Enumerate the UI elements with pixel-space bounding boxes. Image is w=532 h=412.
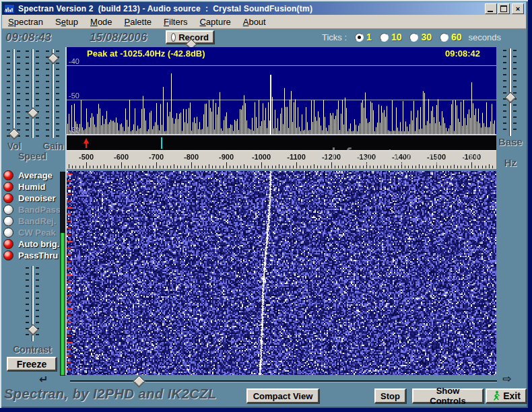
ruler-tick <box>97 166 98 168</box>
cyan-marker-icon[interactable] <box>161 137 162 149</box>
ruler-tick <box>198 166 199 168</box>
tick-option-30[interactable]: 30 <box>409 32 432 42</box>
ruler-tick <box>212 166 213 168</box>
minimize-button[interactable] <box>485 3 497 14</box>
speed-slider[interactable] <box>25 49 40 138</box>
scroll-left-arrow[interactable]: ↵ <box>39 375 48 384</box>
window-controls: × <box>484 3 524 14</box>
stop-button[interactable]: Stop <box>374 388 406 403</box>
ruler-tick <box>279 164 279 168</box>
ruler-tick <box>177 166 178 168</box>
app-icon[interactable] <box>4 4 15 13</box>
ruler-tick <box>237 166 238 168</box>
ruler-tick <box>153 166 154 168</box>
ruler-tick <box>268 166 269 168</box>
menu-item-about[interactable]: About <box>237 15 272 28</box>
ruler-tick <box>160 166 160 168</box>
ruler-tick <box>247 166 248 168</box>
ruler-tick <box>72 166 73 168</box>
app-window: Spectran Version 2 (build 213) - Audio s… <box>0 0 528 408</box>
gain-label: Gain <box>42 141 65 151</box>
speed-slider-thumb[interactable] <box>28 107 39 118</box>
scroll-right-arrow[interactable]: ⇨ <box>502 374 511 384</box>
filter-toggle-passthru[interactable]: PassThru <box>3 250 65 261</box>
radio-icon <box>440 33 448 42</box>
close-icon: × <box>516 5 520 13</box>
gain-slider-thumb[interactable] <box>48 53 59 65</box>
led-indicator <box>3 182 13 192</box>
vol-slider-thumb[interactable] <box>9 129 20 140</box>
ticks-group: Ticks : 1103060 seconds <box>322 32 501 42</box>
scroll-thumb[interactable] <box>133 375 145 387</box>
filter-list: AverageHumidDenoiserBandPassBandRej.CW P… <box>3 170 65 261</box>
tick-option-10[interactable]: 10 <box>380 32 402 42</box>
filter-toggle-cw-peak[interactable]: CW Peak <box>3 227 65 238</box>
menu-item-filters[interactable]: Filters <box>158 15 193 28</box>
waterfall-progress-track <box>60 172 65 376</box>
ruler-tick <box>145 166 146 168</box>
ruler-tick <box>286 166 286 168</box>
tick-option-label: 30 <box>421 32 432 42</box>
ruler-tick <box>149 166 150 168</box>
filter-toggle-denoiser[interactable]: Denoiser <box>3 193 65 204</box>
ruler-tick <box>220 166 220 168</box>
filter-toggle-bandpass[interactable]: BandPass <box>3 204 65 215</box>
filter-label: Auto brig. <box>18 239 59 249</box>
ruler-tick <box>251 166 251 168</box>
ruler-tick <box>104 164 104 168</box>
ruler-tick <box>139 164 139 168</box>
filter-toggle-humid[interactable]: Humid <box>3 181 65 193</box>
menu-item-setup[interactable]: Setup <box>49 15 84 28</box>
led-indicator <box>3 216 13 226</box>
ruler-tick <box>69 164 69 168</box>
tick-option-1[interactable]: 1 <box>355 32 372 42</box>
db-axis-label: -40 <box>69 57 79 65</box>
ruler-tick <box>226 162 227 168</box>
seconds-label: seconds <box>469 32 501 42</box>
minimize-icon <box>488 11 493 12</box>
ruler-tick <box>209 164 209 168</box>
contrast-slider[interactable] <box>25 266 40 341</box>
tick-option-60[interactable]: 60 <box>440 32 462 42</box>
tick-option-label: 60 <box>451 32 462 42</box>
exit-button[interactable]: Exit <box>486 388 527 403</box>
ruler-label: -900 <box>219 153 234 161</box>
ruler-tick <box>282 166 283 168</box>
clock-display: 09:08:43 <box>5 31 51 44</box>
menu-item-capture[interactable]: Capture <box>193 15 236 28</box>
exit-label: Exit <box>503 390 521 401</box>
filter-toggle-bandrej[interactable]: BandRej. <box>3 215 65 227</box>
ruler-tick <box>303 166 304 168</box>
ruler-tick <box>86 162 87 168</box>
show-controls-button[interactable]: Show Controls <box>412 388 484 403</box>
menu-item-palette[interactable]: Palette <box>119 15 158 28</box>
menu-bar: SpectranSetupModePaletteFiltersCaptureAb… <box>2 15 526 29</box>
freeze-button[interactable]: Freeze <box>7 357 57 371</box>
led-indicator <box>3 170 13 180</box>
vol-slider[interactable] <box>6 49 21 138</box>
ruler-tick <box>205 166 206 168</box>
filter-toggle-average[interactable]: Average <box>3 170 65 181</box>
date-display: 15/08/2006 <box>90 31 147 44</box>
ruler-tick <box>75 166 76 168</box>
maximize-button[interactable] <box>498 3 510 14</box>
ruler-tick <box>195 166 195 168</box>
close-button[interactable]: × <box>512 3 524 14</box>
spectrum-clock: 09:08:42 <box>445 48 480 59</box>
filter-toggle-auto-brig[interactable]: Auto brig. <box>3 238 65 250</box>
ticks-label: Ticks : <box>322 32 347 42</box>
gain-slider[interactable] <box>45 49 60 138</box>
ruler-tick <box>135 166 136 168</box>
ruler-tick <box>300 166 300 168</box>
contrast-label: Contrast <box>7 344 58 355</box>
ruler-tick <box>132 166 133 168</box>
menu-item-spectran[interactable]: Spectran <box>2 15 49 28</box>
base-slider[interactable] <box>502 48 517 136</box>
ruler-tick <box>107 166 108 168</box>
base-label: Base <box>496 136 525 147</box>
contrast-slider-thumb[interactable] <box>28 324 39 336</box>
base-slider-thumb[interactable] <box>505 92 517 103</box>
compact-view-button[interactable]: Compact View <box>246 388 319 403</box>
menu-item-mode[interactable]: Mode <box>84 15 119 28</box>
watermark: uhf-satcom.com <box>317 143 494 170</box>
